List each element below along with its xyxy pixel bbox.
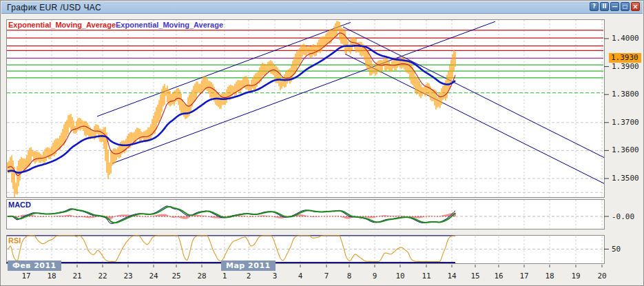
day-tick-label: 4	[298, 272, 303, 280]
price-tick-label: 1.3600	[612, 145, 639, 154]
price-tick-label: 1.3500	[612, 174, 639, 183]
day-tick-label: 3	[273, 272, 278, 280]
price-tick-label: 1.3900	[612, 62, 639, 71]
price-tick-label: 1.3700	[612, 118, 639, 127]
macd-panel[interactable]	[6, 199, 605, 229]
day-tick-label: 7	[324, 272, 329, 280]
window-title: График EUR /USD ЧАС	[7, 3, 101, 12]
day-tick-label: 18	[47, 272, 56, 280]
rsi-label: RSI	[8, 236, 21, 245]
titlebar[interactable]: График EUR /USD ЧАС	[1, 1, 643, 14]
close-button[interactable]: ×	[631, 2, 640, 11]
ema-label-slow: Exponential_Moving_Average	[116, 21, 223, 29]
minimize-button[interactable]: —	[610, 2, 619, 11]
day-tick-label: 17	[21, 272, 30, 280]
day-tick-label: 23	[123, 272, 132, 280]
month-badge-mar: Мар 2011	[221, 261, 276, 271]
day-tick-label: 11	[422, 272, 430, 280]
month-badge-feb: Фев 2011	[8, 261, 61, 271]
day-tick-label: 21	[72, 272, 81, 280]
day-tick-label: 18	[545, 272, 554, 280]
day-tick-label: 25	[172, 272, 180, 280]
day-tick-label: 22	[98, 272, 107, 280]
price-chart-panel[interactable]	[6, 19, 605, 198]
macd-axis-label: -0.00	[612, 212, 634, 221]
titlebar-buttons: ? II — □ ×	[590, 2, 640, 11]
rsi-axis-label: 50	[612, 245, 621, 254]
day-tick-label: 17	[519, 272, 528, 280]
day-tick-label: 14	[447, 272, 456, 280]
ema-label-fast: Exponential_Moving_Average	[8, 21, 116, 29]
day-tick-label: 10	[395, 272, 404, 280]
day-tick-label: 1	[222, 272, 227, 280]
price-tick-label: 1.3800	[612, 90, 639, 99]
help-button[interactable]: ?	[590, 2, 599, 11]
pause-button[interactable]: II	[600, 2, 609, 11]
day-tick-label: 2	[247, 272, 251, 280]
day-tick-label: 19	[571, 272, 580, 280]
day-tick-label: 15	[470, 272, 479, 280]
day-tick-label: 28	[197, 272, 206, 280]
day-tick-label: 20	[597, 272, 606, 280]
chart-window: График EUR /USD ЧАС ? II — □ × Exponenti…	[0, 0, 644, 286]
maximize-button[interactable]: □	[621, 2, 630, 11]
day-tick-label: 24	[149, 272, 158, 280]
macd-label: MACD	[8, 201, 31, 209]
day-tick-label: 9	[373, 272, 377, 280]
rsi-panel[interactable]	[6, 235, 605, 264]
day-tick-label: 16	[494, 272, 503, 280]
day-tick-label: 8	[347, 272, 352, 280]
price-tick-label: 1.4000	[612, 34, 639, 43]
